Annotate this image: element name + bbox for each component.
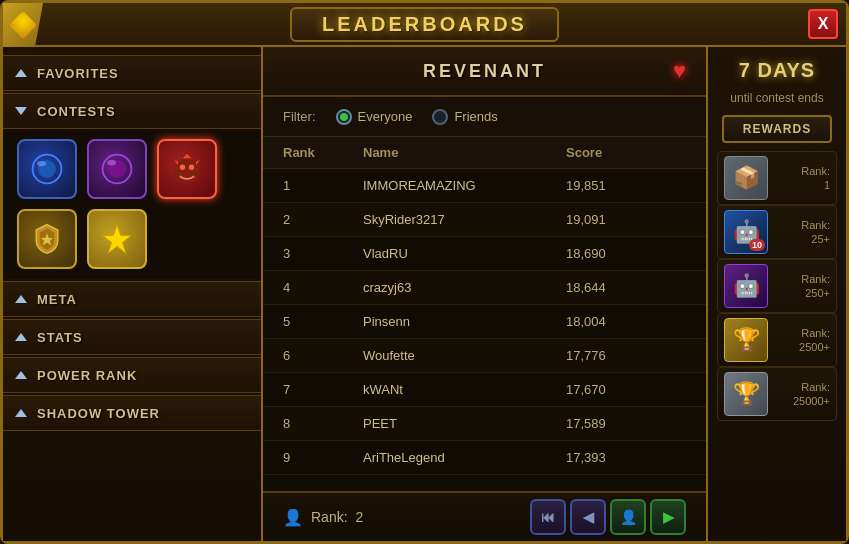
table-row[interactable]: 7 kWANt 17,670 bbox=[263, 373, 706, 407]
title-gem bbox=[9, 11, 37, 39]
stats-label: STATS bbox=[37, 330, 83, 345]
radio-friends[interactable] bbox=[432, 109, 448, 125]
cell-name: AriTheLegend bbox=[363, 450, 566, 465]
nav-first-button[interactable]: ⏮ bbox=[530, 499, 566, 535]
nav-prev-button[interactable]: ◀ bbox=[570, 499, 606, 535]
stats-arrow-icon bbox=[15, 333, 27, 341]
reward-item-4: 🏆 Rank: 2500+ bbox=[717, 313, 837, 367]
cell-score: 19,851 bbox=[566, 178, 686, 193]
leaderboard-header: REVENANT ♥ bbox=[263, 47, 706, 97]
table-row[interactable]: 8 PEET 17,589 bbox=[263, 407, 706, 441]
sidebar-section-contests: CONTESTS bbox=[3, 93, 261, 279]
table-row[interactable]: 9 AriTheLegend 17,393 bbox=[263, 441, 706, 475]
sidebar-item-shadow-tower[interactable]: SHADOW TOWER bbox=[3, 395, 261, 431]
cell-score: 17,670 bbox=[566, 382, 686, 397]
red-face-icon bbox=[169, 151, 205, 187]
contest-icon-5[interactable] bbox=[87, 209, 147, 269]
meta-label: META bbox=[37, 292, 77, 307]
power-rank-label: POWER RANK bbox=[37, 368, 137, 383]
sidebar-item-favorites[interactable]: FAVORITES bbox=[3, 55, 261, 91]
reward-rank-info-1: Rank: 1 bbox=[801, 164, 830, 193]
title-bar: LEADERBOARDS X bbox=[3, 3, 846, 47]
sidebar-section-favorites: FAVORITES bbox=[3, 55, 261, 91]
meta-arrow-icon bbox=[15, 295, 27, 303]
table-row[interactable]: 6 Woufette 17,776 bbox=[263, 339, 706, 373]
cell-score: 19,091 bbox=[566, 212, 686, 227]
rank-label: Rank: bbox=[311, 509, 348, 525]
window-title: LEADERBOARDS bbox=[290, 7, 559, 42]
reward-rank-label-3: Rank: bbox=[801, 272, 830, 286]
reward-rank-info-5: Rank: 25000+ bbox=[793, 380, 830, 409]
filter-everyone[interactable]: Everyone bbox=[336, 109, 413, 125]
leaderboard-title: REVENANT bbox=[423, 61, 546, 82]
cell-rank: 1 bbox=[283, 178, 363, 193]
sidebar-item-contests[interactable]: CONTESTS bbox=[3, 93, 261, 129]
until-label: until contest ends bbox=[730, 90, 823, 107]
cell-rank: 5 bbox=[283, 314, 363, 329]
table-row[interactable]: 3 VladRU 18,690 bbox=[263, 237, 706, 271]
table-row[interactable]: 1 IMMOREAMAZING 19,851 bbox=[263, 169, 706, 203]
shadow-tower-arrow-icon bbox=[15, 409, 27, 417]
table-header-row: Rank Name Score bbox=[263, 137, 706, 169]
cell-rank: 4 bbox=[283, 280, 363, 295]
cell-score: 17,393 bbox=[566, 450, 686, 465]
footer-rank-info: 👤 Rank: 2 bbox=[283, 508, 363, 527]
nav-profile-button[interactable]: 👤 bbox=[610, 499, 646, 535]
table-row[interactable]: 4 crazyj63 18,644 bbox=[263, 271, 706, 305]
sidebar-section-shadow-tower: SHADOW TOWER bbox=[3, 395, 261, 431]
cell-score: 18,004 bbox=[566, 314, 686, 329]
close-button[interactable]: X bbox=[808, 9, 838, 39]
col-rank: Rank bbox=[283, 145, 363, 160]
reward-icon-4: 🏆 bbox=[724, 318, 768, 362]
contests-label: CONTESTS bbox=[37, 104, 116, 119]
svg-point-7 bbox=[180, 165, 185, 170]
contest-icons-grid bbox=[3, 129, 261, 279]
table-row[interactable]: 5 Pinsenn 18,004 bbox=[263, 305, 706, 339]
table-row[interactable]: 2 SkyRider3217 19,091 bbox=[263, 203, 706, 237]
cell-score: 18,690 bbox=[566, 246, 686, 261]
svg-point-5 bbox=[107, 160, 116, 165]
sidebar: FAVORITES CONTESTS bbox=[3, 47, 263, 541]
contest-icon-4[interactable] bbox=[17, 209, 77, 269]
shadow-tower-label: SHADOW TOWER bbox=[37, 406, 160, 421]
reward-rank-info-4: Rank: 2500+ bbox=[799, 326, 830, 355]
favorites-arrow-icon bbox=[15, 69, 27, 77]
cell-rank: 6 bbox=[283, 348, 363, 363]
cell-rank: 8 bbox=[283, 416, 363, 431]
cell-name: SkyRider3217 bbox=[363, 212, 566, 227]
cell-rank: 3 bbox=[283, 246, 363, 261]
reward-rank-label-4: Rank: bbox=[801, 326, 830, 340]
col-name: Name bbox=[363, 145, 566, 160]
filter-friends[interactable]: Friends bbox=[432, 109, 497, 125]
sidebar-item-power-rank[interactable]: POWER RANK bbox=[3, 357, 261, 393]
svg-point-8 bbox=[189, 165, 194, 170]
svg-point-2 bbox=[37, 161, 46, 166]
contest-icon-3[interactable] bbox=[157, 139, 217, 199]
cell-rank: 7 bbox=[283, 382, 363, 397]
days-label: 7 DAYS bbox=[739, 59, 815, 82]
nav-next-button[interactable]: ▶ bbox=[650, 499, 686, 535]
reward-rank-info-3: Rank: 250+ bbox=[801, 272, 830, 301]
power-rank-arrow-icon bbox=[15, 371, 27, 379]
contests-arrow-icon bbox=[15, 107, 27, 115]
svg-marker-10 bbox=[103, 225, 132, 254]
filter-label: Filter: bbox=[283, 109, 316, 124]
contest-icon-2[interactable] bbox=[87, 139, 147, 199]
heart-icon[interactable]: ♥ bbox=[673, 58, 686, 84]
cell-name: crazyj63 bbox=[363, 280, 566, 295]
cell-name: PEET bbox=[363, 416, 566, 431]
sidebar-item-meta[interactable]: META bbox=[3, 281, 261, 317]
person-icon: 👤 bbox=[283, 508, 303, 527]
title-decoration-left bbox=[3, 3, 43, 47]
reward-rank-label-2: Rank: bbox=[801, 218, 830, 232]
cell-name: IMMOREAMAZING bbox=[363, 178, 566, 193]
sidebar-item-stats[interactable]: STATS bbox=[3, 319, 261, 355]
rewards-header: REWARDS bbox=[722, 115, 832, 143]
reward-rank-num-3: 250+ bbox=[805, 286, 830, 300]
rank-value: 2 bbox=[356, 509, 364, 525]
contest-icon-1[interactable] bbox=[17, 139, 77, 199]
star-icon bbox=[99, 221, 135, 257]
reward-icon-1: 📦 bbox=[724, 156, 768, 200]
radio-everyone[interactable] bbox=[336, 109, 352, 125]
rewards-list: 📦 Rank: 1 🤖 10 Rank: 25+ 🤖 Rank: 250+ 🏆 bbox=[717, 151, 837, 421]
